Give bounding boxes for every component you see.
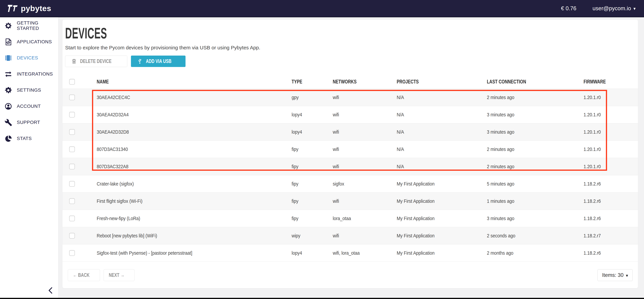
cell-type: lopy4 (292, 129, 333, 135)
logo-text: pybytes (21, 4, 51, 13)
page-subtitle: Start to explore the Pycom devices by pr… (65, 45, 638, 50)
cell-name: 807D3AC31340 (97, 146, 292, 152)
add-via-usb-button[interactable]: ADD VIA USB (131, 56, 185, 67)
add-via-usb-label: ADD VIA USB (146, 58, 172, 64)
cell-type: fipy (292, 198, 333, 204)
page-title: DEVICES (65, 26, 420, 40)
sidebar-item-label: DEVICES (17, 55, 38, 60)
select-all-checkbox[interactable] (69, 79, 75, 84)
cell-name: 30AEA42CEC4C (97, 94, 292, 100)
cell-firmware: 1.18.2.r6 (584, 250, 638, 256)
device-row[interactable]: 30AEA42D32D8lopy4wifiN/A3 minutes ago1.2… (62, 124, 638, 141)
cell-firmware: 1.18.2.r6 (584, 198, 638, 204)
cell-firmware: 1.20.1.r0 (584, 112, 638, 118)
cell-firmware: 1.20.1.r0 (584, 129, 638, 135)
row-checkbox[interactable] (69, 164, 75, 170)
cell-last-connection: 2 minutes ago (487, 146, 584, 152)
cell-last-connection: 3 minutes ago (487, 112, 584, 118)
cell-projects: My First Application (397, 198, 487, 204)
cell-networks: wifi, lora_otaa (333, 250, 397, 256)
delete-device-label: DELETE DEVICE (80, 58, 112, 64)
pagination-bar: ← BACK NEXT → Items: 30 ▾ (68, 269, 632, 281)
column-header-last-connection: LAST CONNECTION (487, 78, 584, 85)
device-row[interactable]: Reboot [new pybytes lib] (WiFi)wipywifiM… (62, 227, 638, 244)
cell-name: 30AEA42D32A4 (97, 112, 292, 118)
cell-networks: lora_otaa (333, 216, 397, 221)
cell-firmware: 1.18.2.r7 (584, 233, 638, 238)
cell-type: fipy (292, 164, 333, 170)
device-row[interactable]: 30AEA42D32A4lopy4wifiN/A3 minutes ago1.2… (62, 106, 638, 124)
pybytes-logo[interactable]: pybytes (8, 4, 51, 13)
delete-device-button[interactable]: DELETE DEVICE (65, 56, 127, 67)
sidebar-item-stats[interactable]: STATS (0, 130, 58, 146)
column-header-name: NAME (97, 78, 292, 85)
cell-networks: wifi (333, 129, 397, 135)
cell-networks: wifi (333, 94, 397, 100)
items-per-page-label: Items: 30 (602, 272, 624, 278)
device-row[interactable]: 30AEA42CEC4CgpywifiN/A2 minutes ago1.20.… (62, 89, 638, 106)
user-menu[interactable]: user@pycom.io ▾ (592, 5, 636, 12)
cell-projects: N/A (397, 129, 487, 135)
items-per-page-dropdown[interactable]: Items: 30 ▾ (598, 269, 632, 281)
device-row[interactable]: 807D3AC31340fipywifiN/A2 minutes ago1.20… (62, 141, 638, 158)
row-checkbox[interactable] (69, 129, 75, 135)
column-header-firmware: FIRMWARE (584, 78, 638, 85)
row-checkbox[interactable] (69, 146, 75, 152)
cell-firmware: 1.18.2.r6 (584, 216, 638, 221)
chevron-down-icon: ▾ (634, 6, 636, 11)
sidebar-item-applications[interactable]: APPLICATIONS (0, 34, 58, 50)
sidebar-item-settings[interactable]: SETTINGS (0, 82, 58, 98)
sidebar-collapse-button[interactable] (46, 286, 55, 295)
pie-chart-icon (4, 135, 12, 142)
device-row[interactable]: Fresh-new-fipy (LoRa)fipylora_otaaMy Fir… (62, 210, 638, 227)
cell-firmware: 1.18.2.r6 (584, 181, 638, 187)
cell-networks: wifi (333, 146, 397, 152)
back-button[interactable]: ← BACK (68, 269, 100, 281)
cell-projects: N/A (397, 164, 487, 170)
row-checkbox[interactable] (69, 94, 75, 100)
sidebar-item-getting-started[interactable]: GETTING STARTED (0, 18, 58, 34)
cell-projects: N/A (397, 94, 487, 100)
cell-type: fipy (292, 146, 333, 152)
cell-type: fipy (292, 216, 333, 221)
top-navbar: pybytes € 0.76 user@pycom.io ▾ (0, 0, 644, 17)
cell-networks: wifi (333, 233, 397, 238)
user-icon (4, 102, 12, 110)
sidebar-item-label: SUPPORT (17, 120, 40, 125)
sidebar-item-devices[interactable]: DEVICES (0, 50, 58, 66)
sidebar-item-account[interactable]: ACCOUNT (0, 98, 58, 114)
gear-icon (4, 86, 12, 94)
cell-name: Reboot [new pybytes lib] (WiFi) (97, 233, 292, 238)
cell-last-connection: 5 minutes ago (487, 181, 584, 187)
cell-type: wipy (292, 233, 333, 238)
cell-projects: My First Application (397, 181, 487, 187)
row-checkbox[interactable] (69, 250, 75, 256)
cell-networks: wifi (333, 198, 397, 204)
device-row[interactable]: Sigfox-test (with Pysense) - [pastoor pe… (62, 244, 638, 262)
sidebar-item-support[interactable]: SUPPORT (0, 114, 58, 130)
pycom-logo-icon (8, 4, 18, 12)
cell-name: Sigfox-test (with Pysense) - [pastoor pe… (97, 250, 292, 256)
chip-icon (4, 54, 12, 62)
cell-name: 30AEA42D32D8 (97, 129, 292, 135)
bottom-edge-strip (0, 298, 644, 299)
sidebar-item-integrations[interactable]: INTEGRATIONS (0, 66, 58, 82)
devices-table: NAME TYPE NETWORKS PROJECTS LAST CONNECT… (62, 75, 638, 262)
sun-icon (4, 22, 12, 30)
column-header-networks: NETWORKS (333, 78, 397, 85)
cell-name: Fresh-new-fipy (LoRa) (97, 216, 292, 221)
device-row[interactable]: First flight sigfox (Wi-Fi)fipywifiMy Fi… (62, 192, 638, 210)
device-row[interactable]: Crater-lake (sigfox)fipysigfoxMy First A… (62, 175, 638, 192)
row-checkbox[interactable] (69, 233, 75, 238)
user-email: user@pycom.io (592, 5, 631, 12)
row-checkbox[interactable] (69, 198, 75, 204)
row-checkbox[interactable] (69, 216, 75, 221)
usb-icon (137, 58, 143, 64)
row-checkbox[interactable] (69, 181, 75, 187)
cell-type: gpy (292, 94, 333, 100)
cell-networks: wifi (333, 164, 397, 170)
next-button[interactable]: NEXT → (104, 269, 134, 281)
sidebar-item-label: APPLICATIONS (17, 39, 52, 44)
device-row[interactable]: 807D3AC322A8fipywifiN/A2 minutes ago1.20… (62, 158, 638, 175)
row-checkbox[interactable] (69, 112, 75, 118)
